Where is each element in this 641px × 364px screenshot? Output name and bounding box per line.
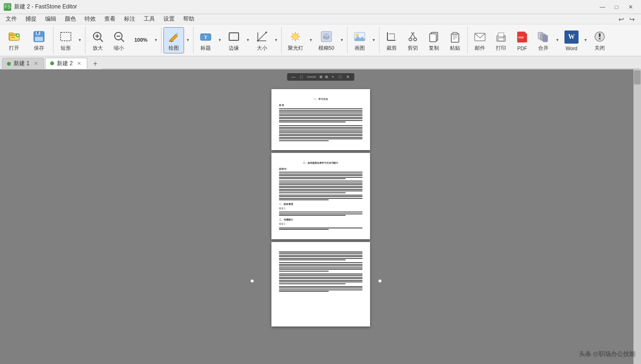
page-2-section2: 一、财务管理	[279, 203, 363, 206]
pdf-icon: PDF	[515, 30, 530, 45]
word-button[interactable]: W Word	[561, 27, 582, 53]
svg-line-17	[121, 39, 124, 42]
doc-toolbar-plus[interactable]: +	[330, 74, 335, 80]
tool-group-picture: 画图 ▼	[349, 27, 379, 54]
tab-add-button[interactable]: +	[90, 59, 100, 69]
spotlight-dropdown[interactable]: ▼	[308, 27, 314, 53]
close-window-button[interactable]: ✕	[624, 2, 637, 12]
draw-dropdown[interactable]: ▼	[185, 27, 191, 53]
save-button[interactable]: 保存	[27, 27, 51, 53]
menu-capture[interactable]: 捕捉	[22, 14, 40, 24]
crop-icon	[384, 29, 399, 44]
menu-settings[interactable]: 设置	[160, 14, 178, 24]
svg-rect-3	[11, 37, 15, 38]
cut-button[interactable]: 剪切	[402, 27, 423, 53]
draw-button[interactable]: 绘图	[163, 27, 184, 53]
tool-group-edit: 裁剪 剪切 复制	[381, 27, 468, 54]
menu-file[interactable]: 文件	[2, 14, 21, 24]
undo-button[interactable]: ↩	[616, 14, 626, 24]
border-icon	[226, 29, 241, 44]
tool-group-zoom: 放大 缩小 100% ▼	[87, 27, 162, 54]
pdf-button[interactable]: PDF PDF	[512, 27, 533, 53]
word-dropdown[interactable]: ▼	[582, 27, 589, 53]
minimize-button[interactable]: —	[596, 2, 609, 12]
svg-line-30	[298, 33, 299, 34]
rect-dropdown[interactable]: ▼	[77, 27, 83, 53]
menu-annotate[interactable]: 标注	[120, 14, 139, 24]
zoom-out-label: 缩小	[114, 45, 124, 52]
menu-effects[interactable]: 特效	[81, 14, 100, 24]
page-2-heading: 二、如何提高自身学习方法与能力	[279, 161, 363, 165]
rect-button[interactable]: 短形	[55, 27, 76, 53]
border-button[interactable]: 边缘	[224, 27, 244, 53]
zoom-dropdown[interactable]: ▼	[153, 27, 159, 53]
picture-dropdown[interactable]: ▼	[371, 27, 377, 53]
doc-toolbar-x[interactable]: ✕	[345, 74, 351, 80]
spotlight-button[interactable]: 聚光灯	[284, 27, 307, 53]
menu-help[interactable]: 帮助	[179, 14, 198, 24]
size-dropdown[interactable]: ▼	[273, 27, 279, 53]
size-button[interactable]: 大小	[252, 27, 272, 53]
copy-icon	[426, 29, 441, 44]
maximize-button[interactable]: □	[610, 2, 623, 12]
tab-1-close[interactable]: ✕	[32, 61, 39, 67]
border-dropdown[interactable]: ▼	[245, 27, 251, 53]
menu-view[interactable]: 查看	[100, 14, 119, 24]
word-label: Word	[566, 46, 578, 51]
resize-handle-right[interactable]	[378, 279, 382, 283]
doc-toolbar-item[interactable]: —	[290, 74, 297, 80]
open-icon	[7, 29, 22, 44]
doc-toolbar-item[interactable]: □	[299, 74, 304, 80]
tool-group-output: 邮件 打印 PDF PDF	[470, 27, 612, 54]
tool-group-effects: 聚光灯 ▼ blur 模糊50 ▼	[284, 27, 348, 54]
copy-button[interactable]: 复制	[424, 27, 444, 53]
close-button[interactable]: 关闭	[589, 27, 610, 53]
main-canvas: — □ + □ ✕ 一、学习方法 前 言	[0, 69, 641, 364]
print-button[interactable]: 打印	[491, 27, 511, 53]
draw-label: 绘图	[169, 45, 179, 52]
size-icon	[255, 29, 270, 44]
svg-marker-60	[525, 32, 527, 34]
print-icon	[494, 29, 509, 44]
menu-tools[interactable]: 工具	[140, 14, 159, 24]
resize-handle-left[interactable]	[250, 279, 254, 283]
tab-1[interactable]: 新建 1 ✕	[2, 58, 44, 69]
crop-button[interactable]: 裁剪	[381, 27, 402, 53]
picture-button[interactable]: 画图	[349, 27, 370, 53]
label-button[interactable]: T 标题	[195, 27, 216, 53]
svg-rect-6	[17, 35, 19, 36]
blur-dropdown[interactable]: ▼	[339, 27, 345, 53]
menu-edit[interactable]: 编辑	[41, 14, 60, 24]
email-button[interactable]: 邮件	[470, 27, 490, 53]
svg-rect-48	[430, 34, 436, 42]
zoom-level-button[interactable]: 100%	[130, 27, 152, 53]
copy-label: 复制	[429, 45, 439, 52]
doc-toolbar-sq[interactable]: □	[338, 74, 343, 80]
title-bar: FS 新建 2 - FastStone Editor — □ ✕	[0, 0, 641, 14]
scrollbar-thumb[interactable]	[634, 70, 641, 84]
paste-button[interactable]: 粘贴	[445, 27, 465, 53]
tab-1-dot	[7, 62, 11, 66]
menu-color[interactable]: 颜色	[61, 14, 80, 24]
merge-dropdown[interactable]: ▼	[554, 27, 561, 53]
zoom-in-button[interactable]: 放大	[87, 27, 108, 53]
zoom-out-button[interactable]: 缩小	[108, 27, 129, 53]
redo-button[interactable]: ↪	[627, 14, 637, 24]
svg-text:PDF: PDF	[518, 36, 524, 39]
print-label: 打印	[496, 45, 506, 52]
open-button[interactable]: 打开	[2, 27, 26, 53]
tab-2[interactable]: 新建 2 ✕	[45, 58, 87, 69]
svg-point-42	[414, 38, 417, 41]
svg-rect-9	[37, 31, 39, 34]
paste-label: 粘贴	[450, 45, 460, 52]
crop-label: 裁剪	[386, 45, 397, 52]
close-icon	[592, 29, 607, 44]
picture-icon	[352, 29, 367, 44]
blur-button[interactable]: blur 模糊50	[315, 27, 338, 53]
tab-2-close[interactable]: ✕	[76, 60, 82, 67]
scrollbar-vertical[interactable]	[633, 69, 641, 364]
close-label: 关闭	[595, 45, 605, 52]
label-dropdown[interactable]: ▼	[216, 27, 223, 53]
merge-button[interactable]: 合并	[533, 27, 554, 53]
tab-bar: 新建 1 ✕ 新建 2 ✕ +	[0, 56, 641, 69]
